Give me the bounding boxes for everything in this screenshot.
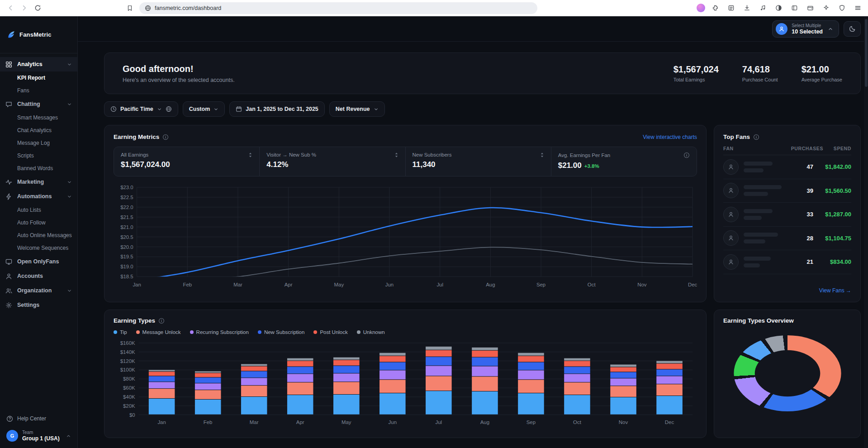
sort-icon[interactable] (540, 153, 544, 157)
top-fan-row[interactable]: 28$1,104.75 (723, 227, 851, 251)
top-fan-row[interactable]: 47$1,842.00 (723, 155, 851, 179)
metric-tile-2[interactable]: Visitor → New Sub %4.12% (259, 147, 405, 176)
legend-item[interactable]: Tip (114, 329, 127, 335)
chevron-down-icon (67, 288, 72, 293)
theme-contrast-icon[interactable] (773, 2, 784, 14)
sidebar-subitem-smart-messages[interactable]: Smart Messages (0, 111, 77, 124)
media-note-icon[interactable] (757, 2, 768, 14)
info-icon[interactable] (158, 318, 165, 324)
tile-label: New Subscribers (413, 152, 452, 157)
sidebar-subitem-message-log[interactable]: Message Log (0, 137, 77, 149)
date-range-filter[interactable]: Jan 1, 2025 to Dec 31, 2025 (229, 101, 325, 117)
sort-icon[interactable] (248, 153, 252, 157)
sidebar-subitem-welcome-sequences[interactable]: Welcome Sequences (0, 242, 77, 254)
legend-item[interactable]: Message Unlock (136, 329, 181, 335)
site-security-icon[interactable] (145, 5, 151, 11)
sort-icon[interactable] (394, 153, 398, 157)
sidebar-panel-icon[interactable] (788, 2, 800, 14)
sidebar-item-analytics[interactable]: Analytics (0, 57, 77, 71)
sidebar-item-open-onlyfans[interactable]: Open OnlyFans (0, 254, 77, 269)
svg-text:$80K: $80K (123, 376, 135, 381)
reload-icon[interactable] (32, 2, 43, 14)
svg-text:Feb: Feb (183, 282, 192, 287)
metric-tile-1[interactable]: All Earnings$1,567,024.00 (114, 147, 259, 176)
dark-mode-toggle[interactable] (844, 21, 861, 37)
forward-icon[interactable] (18, 2, 30, 14)
back-icon[interactable] (5, 2, 16, 14)
sidebar-subitem-kpi-report[interactable]: KPI Report (0, 71, 77, 84)
sidebar-subitem-auto-follow[interactable]: Auto Follow (0, 216, 77, 229)
info-icon[interactable] (683, 152, 690, 158)
bookmark-icon[interactable] (124, 2, 136, 14)
legend-item[interactable]: Unknown (357, 329, 385, 335)
sidebar-subitem-fans[interactable]: Fans (0, 84, 77, 97)
wallet-icon[interactable] (804, 2, 816, 14)
svg-text:Jan: Jan (157, 419, 166, 425)
legend-item[interactable]: New Subscription (258, 329, 304, 335)
sidebar-item-chatting[interactable]: Chatting (0, 97, 77, 111)
range-type-filter[interactable]: Custom (183, 101, 225, 117)
svg-text:Aug: Aug (486, 282, 495, 287)
legend-label: Post Unlock (320, 329, 347, 335)
legend-item[interactable]: Recurring Subscription (190, 329, 249, 335)
metric-tile-3[interactable]: New Subscribers11,340 (405, 147, 551, 176)
earning-types-card: Earning Types TipMessage UnlockRecurring… (104, 310, 707, 438)
fan-spend: $1,560.50 (813, 187, 851, 194)
profile-avatar-icon[interactable] (697, 4, 705, 12)
sparkle-icon[interactable] (820, 2, 832, 14)
sidebar-item-automations[interactable]: Automations (0, 189, 77, 204)
sidebar-item-accounts[interactable]: Accounts (0, 269, 77, 283)
sidebar-subitem-chat-analytics[interactable]: Chat Analytics (0, 124, 77, 137)
browser-toolbar-icons (697, 2, 863, 14)
sidebar-subitem-auto-online-messages[interactable]: Auto Online Messages (0, 229, 77, 242)
info-icon[interactable] (162, 134, 169, 140)
svg-text:Aug: Aug (480, 419, 489, 425)
svg-text:$20.0: $20.0 (120, 244, 133, 250)
sidebar-subitem-scripts[interactable]: Scripts (0, 149, 77, 162)
top-fan-row[interactable]: 39$1,560.50 (723, 179, 851, 203)
svg-text:$60K: $60K (123, 385, 135, 391)
metric-tile-4[interactable]: Avg. Earnings Per Fan$21.00+3.8% (551, 147, 697, 176)
chevron-down-icon (67, 62, 72, 67)
chevron-up-icon (66, 434, 71, 438)
top-fan-row[interactable]: 21$834.00 (723, 250, 851, 274)
account-select-button[interactable]: Select Multiple 10 Selected (772, 20, 839, 38)
filter-bar: Pacific Time Custom Jan 1, 2025 to Dec 3… (104, 101, 861, 117)
info-icon[interactable] (753, 134, 759, 140)
svg-text:$100K: $100K (120, 367, 135, 372)
legend-dot (190, 330, 194, 334)
browser-chrome: fansmetric.com/dashboard (0, 0, 868, 16)
team-switcher[interactable]: G Team Group 1 (USA) (6, 430, 71, 442)
brand: FansMetric (0, 16, 77, 53)
timezone-filter[interactable]: Pacific Time (104, 101, 178, 117)
downloads-icon[interactable] (741, 2, 753, 14)
help-center-item[interactable]: Help Center (6, 412, 71, 425)
sidebar-item-organization[interactable]: Organization (0, 283, 77, 298)
view-interactive-charts-link[interactable]: View interactive charts (643, 134, 697, 140)
view-fans-link[interactable]: View Fans → (723, 283, 851, 294)
sidebar-subitem-auto-lists[interactable]: Auto Lists (0, 204, 77, 216)
sidebar-subitem-banned-words[interactable]: Banned Words (0, 162, 77, 175)
scrollbar-thumb[interactable] (865, 19, 868, 87)
metric-filter[interactable]: Net Revenue (329, 101, 385, 117)
legend-dot (114, 330, 117, 334)
menu-icon[interactable] (852, 2, 863, 14)
legend-item[interactable]: Post Unlock (313, 329, 347, 335)
svg-text:Sep: Sep (536, 282, 545, 287)
extensions-puzzle-icon[interactable] (709, 2, 721, 14)
legend-dot (313, 330, 317, 334)
sidebar-item-marketing[interactable]: Marketing (0, 175, 77, 189)
address-bar[interactable]: fansmetric.com/dashboard (139, 2, 537, 14)
shield-icon[interactable] (836, 2, 848, 14)
page-scrollbar[interactable] (864, 16, 868, 448)
top-fan-row[interactable]: 33$1,287.00 (723, 203, 851, 227)
svg-text:Nov: Nov (637, 282, 647, 287)
fan-name-skeleton (744, 257, 771, 267)
reader-icon[interactable] (725, 2, 737, 14)
sidebar-item-settings[interactable]: Settings (0, 298, 77, 312)
stat-value: 74,618 (742, 64, 778, 75)
stat-label: Total Earnings (674, 77, 719, 82)
top-fans-card: Top Fans FANPURCHASESSPEND 47$1,842.0039… (714, 125, 861, 302)
chevron-up-icon (828, 26, 833, 32)
tile-value: $1,567,024.00 (121, 160, 252, 169)
